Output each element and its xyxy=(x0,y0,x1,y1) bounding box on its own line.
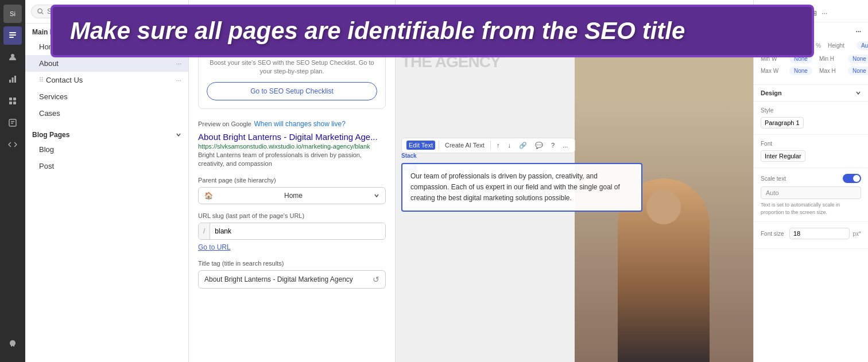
url-slug-input[interactable] xyxy=(210,223,385,239)
seo-setup-button[interactable]: Go to SEO Setup Checklist xyxy=(207,82,377,100)
parent-page-section: Parent page (site hierarchy) 🏠 Home xyxy=(198,177,386,204)
arrow-down-button[interactable]: ↓ xyxy=(505,141,513,150)
svg-rect-13 xyxy=(11,123,13,124)
toolbar-separator-2 xyxy=(490,141,491,150)
svg-rect-1 xyxy=(9,34,16,36)
page-item-services[interactable]: Services xyxy=(25,88,188,105)
checklist-desc: Boost your site's SEO with the SEO Setup… xyxy=(207,59,377,76)
go-to-url-link[interactable]: Go to URL xyxy=(198,243,231,251)
left-toolbar: Si xyxy=(0,0,25,362)
page-item-post[interactable]: Post xyxy=(25,158,188,174)
google-title: About Bright Lanterns - Digital Marketin… xyxy=(198,132,386,142)
google-desc: Bright Lanterns team of professionals is… xyxy=(198,151,386,169)
auto-input[interactable] xyxy=(761,186,861,199)
help-button[interactable]: ? xyxy=(549,141,557,150)
pages-icon[interactable] xyxy=(3,26,22,45)
scale-text-toggle[interactable] xyxy=(843,174,861,183)
max-row: Max W None Max H None xyxy=(761,67,861,75)
svg-line-15 xyxy=(42,13,43,14)
font-row: Font xyxy=(761,141,861,147)
arrow-up-button[interactable]: ↑ xyxy=(494,141,502,150)
design-section-header[interactable]: Design xyxy=(754,85,868,102)
svg-rect-10 xyxy=(13,102,16,104)
preview-link[interactable]: When will changes show live? xyxy=(254,120,345,128)
blog-icon[interactable] xyxy=(3,114,22,132)
more-button[interactable]: ... xyxy=(560,141,570,150)
style-row: Style xyxy=(761,107,861,114)
font-size-row: Font size px* xyxy=(761,228,861,239)
seo-content: SEO Setup Checklist Boost your site's SE… xyxy=(189,29,395,298)
drag-icon: ⠿ xyxy=(39,76,44,84)
url-slug-label: URL slug (last part of the page's URL) xyxy=(198,212,386,219)
dots-icon[interactable]: ··· xyxy=(820,8,828,18)
title-tag-input[interactable] xyxy=(204,275,373,283)
svg-rect-2 xyxy=(9,37,14,38)
font-size-section: Font size px* xyxy=(754,222,868,249)
parent-page-select[interactable]: 🏠 Home xyxy=(198,187,386,204)
page-item-about[interactable]: About ··· xyxy=(25,55,188,72)
site-label[interactable]: Si xyxy=(3,5,22,23)
page-item-blog[interactable]: Blog xyxy=(25,141,188,158)
svg-rect-0 xyxy=(9,32,16,33)
svg-rect-6 xyxy=(14,76,16,83)
text-edit-toolbar: Edit Text Create AI Text ↑ ↓ 🔗 💬 ? ... xyxy=(401,138,575,153)
analytics-icon[interactable] xyxy=(3,70,22,88)
title-tag-section: Title tag (title in search results) ↺ xyxy=(198,260,386,289)
stack-label: Stack xyxy=(401,153,417,159)
text-content: Our team of professionals is driven by p… xyxy=(410,171,633,204)
min-h-pill[interactable]: None xyxy=(848,55,868,63)
max-h-pill[interactable]: None xyxy=(848,67,868,75)
lightbulb-icon[interactable] xyxy=(3,334,22,353)
style-select[interactable]: Paragraph 1 xyxy=(761,117,804,129)
scale-text-section: Scale text Text is set to automatically … xyxy=(754,168,868,222)
page-options-about[interactable]: ··· xyxy=(176,60,181,67)
tutorial-banner: Make sure all pages are identifiable fro… xyxy=(51,5,814,57)
scale-text-note: Text is set to automatically scale in pr… xyxy=(761,201,861,216)
max-w-pill[interactable]: None xyxy=(789,67,812,75)
parent-page-label: Parent page (site hierarchy) xyxy=(198,177,386,184)
reset-icon[interactable]: ↺ xyxy=(373,275,379,284)
style-section: Style Paragraph 1 xyxy=(754,102,868,135)
page-item-cases[interactable]: Cases xyxy=(25,105,188,122)
create-ai-text-button[interactable]: Create AI Text xyxy=(443,141,487,150)
chevron-down-icon xyxy=(374,193,379,198)
page-item-contact[interactable]: ⠿ Contact Us ··· xyxy=(25,72,188,88)
comment-button[interactable]: 💬 xyxy=(533,141,545,150)
preview-section: Preview on Google When will changes show… xyxy=(198,118,386,169)
title-tag-row: ↺ xyxy=(198,270,386,289)
blog-collapse-icon[interactable] xyxy=(176,132,181,138)
font-size-input[interactable] xyxy=(789,228,850,239)
toolbar-separator xyxy=(439,141,439,150)
url-slash: / xyxy=(199,223,210,239)
scale-text-row: Scale text xyxy=(761,174,861,183)
search-icon xyxy=(37,8,44,15)
title-tag-label: Title tag (title in search results) xyxy=(198,260,386,267)
svg-rect-4 xyxy=(9,80,11,83)
google-url: https://slvksamsonstudio.wixstudio.io/ma… xyxy=(198,143,386,150)
banner-text: Make sure all pages are identifiable fro… xyxy=(70,17,685,45)
preview-canvas: ABOUTTHE AGENCY Stack Edit Text Create A… xyxy=(396,30,753,362)
svg-rect-8 xyxy=(13,98,16,100)
design-chevron-icon xyxy=(855,90,861,96)
link-button[interactable]: 🔗 xyxy=(517,141,529,150)
svg-rect-12 xyxy=(11,121,14,122)
height-auto-pill[interactable]: Auto xyxy=(857,41,868,50)
apps-icon[interactable] xyxy=(3,92,22,110)
svg-rect-9 xyxy=(9,102,12,104)
text-block: Our team of professionals is driven by p… xyxy=(401,163,642,212)
font-select[interactable]: Inter Regular xyxy=(761,150,805,162)
edit-text-button[interactable]: Edit Text xyxy=(406,141,435,150)
preview-label: Preview on Google xyxy=(198,120,251,127)
svg-rect-7 xyxy=(9,98,12,100)
svg-point-14 xyxy=(38,9,42,13)
url-slug-row: / xyxy=(198,223,386,240)
url-slug-section: URL slug (last part of the page's URL) /… xyxy=(198,212,386,252)
font-section: Font Inter Regular xyxy=(754,135,868,168)
code-icon[interactable] xyxy=(3,135,22,154)
users-icon[interactable] xyxy=(3,48,22,67)
blog-pages-section: Blog Pages xyxy=(25,126,188,141)
page-options-contact[interactable]: ··· xyxy=(176,77,181,84)
svg-rect-5 xyxy=(12,77,14,83)
